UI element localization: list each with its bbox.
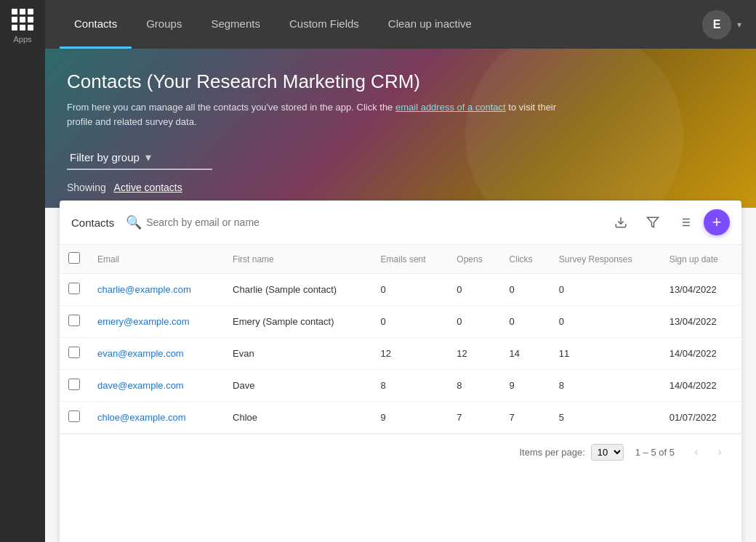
row-checkbox[interactable] <box>68 315 80 326</box>
apps-grid-icon <box>12 9 33 31</box>
page-nav: ‹ › <box>686 442 730 462</box>
row-emails-sent: 9 <box>372 402 449 434</box>
row-opens: 0 <box>448 306 500 338</box>
tab-custom-fields[interactable]: Custom Fields <box>275 0 374 49</box>
tab-segments[interactable]: Segments <box>196 0 275 49</box>
row-sign-up-date: 01/07/2022 <box>661 402 741 434</box>
row-clicks: 9 <box>501 370 550 402</box>
filter-button[interactable] <box>640 209 666 235</box>
pagination: Items per page: 10 25 50 1 – 5 of 5 ‹ › <box>60 434 741 469</box>
row-survey-responses: 5 <box>550 402 661 434</box>
row-checkbox[interactable] <box>68 410 80 422</box>
row-sign-up-date: 14/04/2022 <box>661 370 741 402</box>
items-per-page-label: Items per page: <box>519 447 584 458</box>
table-actions: + <box>608 209 730 235</box>
add-contact-button[interactable]: + <box>704 209 730 235</box>
search-input[interactable] <box>146 217 599 228</box>
row-first-name: Chloe <box>224 402 371 434</box>
top-nav: Contacts Groups Segments Custom Fields C… <box>45 0 756 49</box>
tab-clean-up[interactable]: Clean up inactive <box>374 0 486 49</box>
row-clicks: 0 <box>501 274 550 306</box>
per-page-select[interactable]: 10 25 50 <box>591 444 624 461</box>
table-panel: Contacts 🔍 + <box>60 201 741 542</box>
filter-dropdown-arrow: ▾ <box>145 150 151 164</box>
row-survey-responses: 0 <box>550 274 661 306</box>
row-sign-up-date: 14/04/2022 <box>661 338 741 370</box>
row-email: dave@example.com <box>89 370 224 402</box>
row-opens: 0 <box>448 274 500 306</box>
search-wrapper: 🔍 <box>126 214 599 230</box>
row-email: emery@example.com <box>89 306 224 338</box>
col-clicks: Clicks <box>501 245 550 274</box>
row-emails-sent: 0 <box>372 274 449 306</box>
tab-contacts[interactable]: Contacts <box>60 0 132 49</box>
row-checkbox-cell <box>60 370 89 402</box>
col-first-name: First name <box>224 245 371 274</box>
row-checkbox[interactable] <box>68 379 80 390</box>
active-contacts-link[interactable]: Active contacts <box>114 182 182 193</box>
sidebar-apps-button[interactable]: Apps <box>12 9 33 44</box>
row-first-name: Evan <box>224 338 371 370</box>
filter-by-group-dropdown[interactable]: Filter by group ▾ <box>67 146 212 170</box>
table-row: charlie@example.com Charlie (Sample cont… <box>60 274 741 306</box>
row-sign-up-date: 13/04/2022 <box>661 274 741 306</box>
contacts-table: Email First name Emails sent Opens Click… <box>60 245 741 434</box>
email-link[interactable]: charlie@example.com <box>97 284 191 295</box>
row-emails-sent: 12 <box>372 338 449 370</box>
select-all-header <box>60 245 89 274</box>
col-sign-up-date: Sign up date <box>661 245 741 274</box>
row-email: charlie@example.com <box>89 274 224 306</box>
select-all-checkbox[interactable] <box>68 252 80 264</box>
row-first-name: Emery (Sample contact) <box>224 306 371 338</box>
row-checkbox-cell <box>60 338 89 370</box>
row-clicks: 7 <box>501 402 550 434</box>
user-menu-arrow[interactable]: ▾ <box>737 20 741 30</box>
row-checkbox[interactable] <box>68 347 80 358</box>
hero-description: From here you can manage all the contact… <box>67 100 576 129</box>
table-row: emery@example.com Emery (Sample contact)… <box>60 306 741 338</box>
row-clicks: 14 <box>501 338 550 370</box>
row-survey-responses: 0 <box>550 306 661 338</box>
prev-page-button[interactable]: ‹ <box>686 442 707 462</box>
row-opens: 8 <box>448 370 500 402</box>
col-emails-sent: Emails sent <box>372 245 449 274</box>
email-link[interactable]: dave@example.com <box>97 380 184 391</box>
email-link[interactable]: chloe@example.com <box>97 412 186 423</box>
table-row: dave@example.com Dave 8 8 9 8 14/04/2022 <box>60 370 741 402</box>
apps-label: Apps <box>13 35 31 44</box>
row-survey-responses: 8 <box>550 370 661 402</box>
main-content: Contacts Groups Segments Custom Fields C… <box>45 0 756 542</box>
download-button[interactable] <box>608 209 634 235</box>
svg-marker-1 <box>648 217 659 227</box>
page-info: 1 – 5 of 5 <box>635 447 675 458</box>
row-first-name: Charlie (Sample contact) <box>224 274 371 306</box>
table-header: Contacts 🔍 + <box>60 201 741 245</box>
table-header-row: Email First name Emails sent Opens Click… <box>60 245 741 274</box>
table-row: evan@example.com Evan 12 12 14 11 14/04/… <box>60 338 741 370</box>
email-link[interactable]: emery@example.com <box>97 316 190 327</box>
next-page-button[interactable]: › <box>709 442 730 462</box>
row-email: chloe@example.com <box>89 402 224 434</box>
row-checkbox[interactable] <box>68 283 80 294</box>
row-emails-sent: 8 <box>372 370 449 402</box>
table-row: chloe@example.com Chloe 9 7 7 5 01/07/20… <box>60 402 741 434</box>
nav-tabs: Contacts Groups Segments Custom Fields C… <box>60 0 702 49</box>
row-opens: 7 <box>448 402 500 434</box>
row-opens: 12 <box>448 338 500 370</box>
user-avatar[interactable]: E <box>702 10 731 39</box>
table-body: charlie@example.com Charlie (Sample cont… <box>60 274 741 434</box>
row-email: evan@example.com <box>89 338 224 370</box>
filter-row: Filter by group ▾ <box>67 146 734 170</box>
col-survey-responses: Survey Responses <box>550 245 661 274</box>
col-opens: Opens <box>448 245 500 274</box>
row-clicks: 0 <box>501 306 550 338</box>
email-link-text[interactable]: email address of a contact <box>395 102 506 113</box>
email-link[interactable]: evan@example.com <box>97 348 184 359</box>
nav-right: E ▾ <box>702 10 741 39</box>
row-checkbox-cell <box>60 306 89 338</box>
sort-button[interactable] <box>672 209 698 235</box>
hero-section: Contacts (Your Research Marketing CRM) F… <box>45 49 756 208</box>
row-sign-up-date: 13/04/2022 <box>661 306 741 338</box>
tab-groups[interactable]: Groups <box>132 0 196 49</box>
items-per-page: Items per page: 10 25 50 <box>519 444 623 461</box>
